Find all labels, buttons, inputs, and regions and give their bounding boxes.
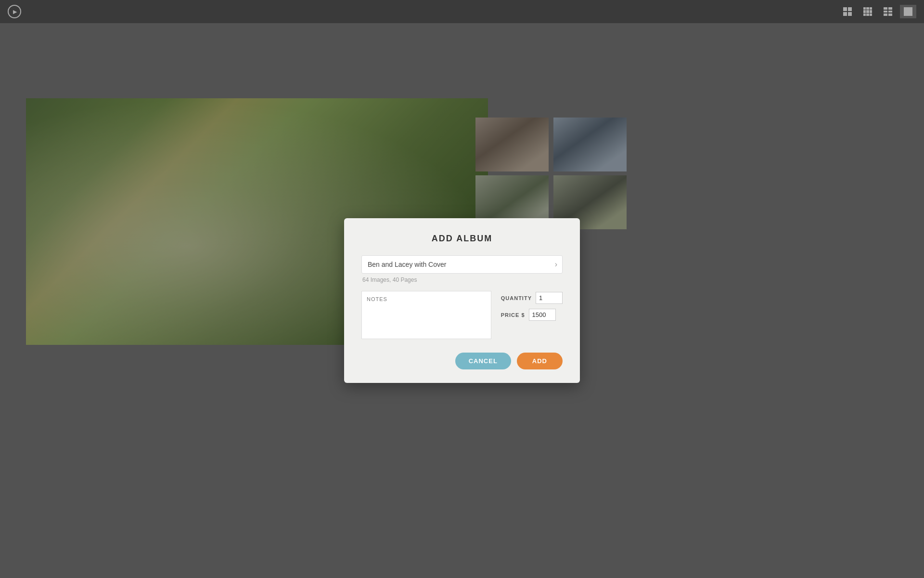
- cancel-button[interactable]: CANCEL: [455, 353, 511, 369]
- view-4grid-button[interactable]: [839, 5, 856, 18]
- 2col-icon: [884, 7, 892, 16]
- price-row: PRICE $: [501, 309, 563, 321]
- view-single-button[interactable]: [900, 5, 916, 18]
- notes-input[interactable]: [361, 291, 491, 339]
- add-album-dialog: ADD ALBUM › 64 Images, 40 Pages QUANTITY…: [344, 218, 580, 383]
- dialog-buttons: CANCEL ADD: [361, 353, 563, 369]
- album-name-input[interactable]: [362, 256, 550, 273]
- toolbar-left: [8, 5, 21, 18]
- price-label: PRICE $: [501, 312, 525, 318]
- album-name-arrow[interactable]: ›: [550, 260, 562, 269]
- quantity-label: QUANTITY: [501, 295, 532, 301]
- 3grid-icon: [863, 7, 872, 16]
- quantity-input[interactable]: [536, 292, 563, 304]
- toolbar-right: [839, 5, 916, 18]
- right-fields: QUANTITY PRICE $: [501, 291, 563, 341]
- notes-area: [361, 291, 491, 341]
- fields-row: QUANTITY PRICE $: [361, 291, 563, 341]
- toolbar: [0, 0, 924, 23]
- view-3grid-button[interactable]: [860, 5, 876, 18]
- add-button[interactable]: ADD: [517, 353, 563, 369]
- quantity-row: QUANTITY: [501, 292, 563, 304]
- view-2col-button[interactable]: [880, 5, 896, 18]
- modal-overlay: ADD ALBUM › 64 Images, 40 Pages QUANTITY…: [0, 23, 924, 578]
- 4grid-icon: [843, 7, 852, 16]
- single-icon: [904, 7, 912, 16]
- album-meta: 64 Images, 40 Pages: [361, 276, 563, 283]
- dialog-title: ADD ALBUM: [361, 234, 563, 244]
- play-button[interactable]: [8, 5, 21, 18]
- price-input[interactable]: [529, 309, 556, 321]
- album-name-row: ›: [361, 255, 563, 274]
